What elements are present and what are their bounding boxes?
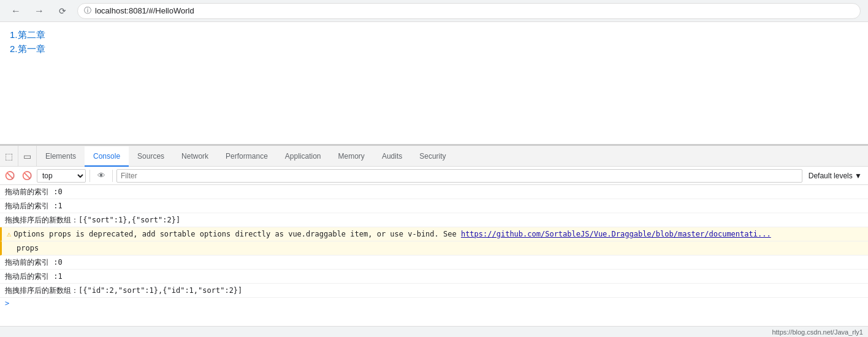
console-warning-text: Options props is deprecated, add sortabl… (13, 229, 863, 240)
console-line-text: 拖拽排序后的新数组：[{"id":2,"sort":1},{"id":1,"so… (5, 285, 863, 296)
console-line: 拖动后的索引 :1 (0, 270, 868, 284)
tab-security[interactable]: Security (411, 146, 454, 167)
inspect-icon-button[interactable]: ⬚ (0, 146, 18, 166)
page-link-1[interactable]: 1.第二章 (10, 29, 858, 41)
url-text: localhost:8081/#/HelloWorld (95, 6, 194, 15)
console-line: 拖动后的索引 :1 (0, 199, 868, 213)
tab-performance[interactable]: Performance (217, 146, 276, 167)
warning-icon: ⚠ (7, 229, 11, 240)
default-levels-button[interactable]: Default levels ▼ (805, 169, 866, 183)
context-select[interactable]: top (37, 169, 86, 183)
back-button[interactable]: ← (7, 2, 25, 20)
devtools-tabbar: ⬚ ▭ Elements Console Sources Network Per… (0, 146, 868, 167)
page-content: 1.第二章 2.第一章 (0, 22, 868, 145)
console-link[interactable]: https://github.com/SortableJS/Vue.Dragga… (461, 230, 771, 238)
forward-button[interactable]: → (31, 2, 48, 20)
console-line: 拖动前的索引 :0 (0, 185, 868, 199)
console-line-text: 拖动后的索引 :1 (5, 271, 863, 282)
browser-chrome: ← → ⟳ ⓘ localhost:8081/#/HelloWorld (0, 0, 868, 22)
tab-application[interactable]: Application (276, 146, 330, 167)
filter-input[interactable] (116, 169, 802, 183)
address-bar: ⓘ localhost:8081/#/HelloWorld (77, 3, 861, 19)
status-url: https://blog.csdn.net/Java_rly1 (772, 328, 863, 336)
clear-console-button[interactable]: 🚫 (2, 168, 17, 183)
console-warning-cont: props (0, 241, 868, 256)
no-filter-button[interactable]: 🚫 (20, 168, 34, 183)
console-line-text: 拖动后的索引 :1 (5, 200, 863, 211)
tab-sources[interactable]: Sources (129, 146, 173, 167)
toolbar-divider (89, 170, 90, 182)
eye-icon-button[interactable]: 👁 (94, 168, 108, 183)
console-line: 拖拽排序后的新数组：[{"id":2,"sort":1},{"id":1,"so… (0, 284, 868, 298)
console-output: 拖动前的索引 :0 拖动后的索引 :1 拖拽排序后的新数组：[{"sort":1… (0, 185, 868, 326)
console-caret: > (5, 299, 9, 308)
console-warning-line: ⚠ Options props is deprecated, add sorta… (0, 227, 868, 241)
tab-console[interactable]: Console (85, 146, 129, 167)
console-toolbar: 🚫 🚫 top 👁 Default levels ▼ (0, 167, 868, 185)
console-line-text: 拖动前的索引 :0 (5, 186, 863, 197)
console-prompt[interactable]: > (0, 298, 868, 309)
tab-elements[interactable]: Elements (37, 146, 85, 167)
status-bar: https://blog.csdn.net/Java_rly1 (0, 326, 868, 337)
console-line: 拖动前的索引 :0 (0, 256, 868, 270)
devtools-panel: ⬚ ▭ Elements Console Sources Network Per… (0, 145, 868, 337)
tab-memory[interactable]: Memory (330, 146, 373, 167)
console-line-text: 拖动前的索引 :0 (5, 257, 863, 268)
tab-network[interactable]: Network (173, 146, 217, 167)
reload-button[interactable]: ⟳ (54, 2, 71, 20)
console-line: 拖拽排序后的新数组：[{"sort":1},{"sort":2}] (0, 213, 868, 227)
console-warning-cont-text: props (17, 243, 863, 254)
toolbar-divider-2 (112, 170, 113, 182)
mobile-icon-button[interactable]: ▭ (18, 146, 37, 166)
console-line-text: 拖拽排序后的新数组：[{"sort":1},{"sort":2}] (5, 214, 863, 225)
tab-audits[interactable]: Audits (373, 146, 411, 167)
page-link-2[interactable]: 2.第一章 (10, 44, 858, 55)
lock-icon: ⓘ (84, 6, 91, 16)
